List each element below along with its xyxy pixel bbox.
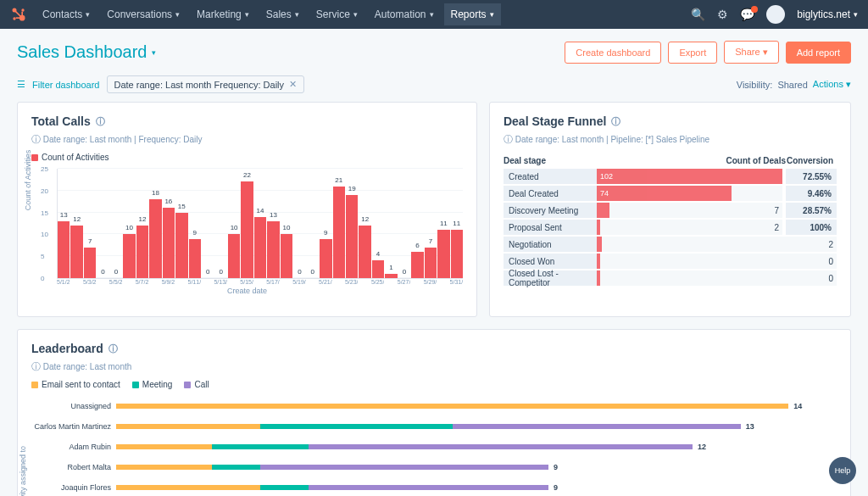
info-icon[interactable]: ⓘ [96,115,105,128]
funnel-row: Proposal Sent2100% [504,220,837,235]
total-calls-chart: Count of Activities 05101520251312700101… [31,169,463,304]
card-deal-stage-funnel: Deal Stage Funnel ⓘ ⓘ Date range: Last m… [489,102,851,317]
add-report-button[interactable]: Add report [786,42,851,64]
export-button[interactable]: Export [668,42,717,64]
bar[interactable]: 16 [163,208,175,278]
card-meta: Date range: Last month | Frequency: Dail… [43,135,203,144]
leaderboard-row: Adam Rubin12 [31,437,837,457]
bar[interactable]: 12 [70,226,82,278]
col-count: Count of Deals [597,156,786,165]
y-axis-label: Count of Activities [24,150,32,211]
bar[interactable]: 12 [359,226,370,278]
info-icon[interactable]: ⓘ [108,343,118,355]
account-name: biglytics.net [797,8,850,20]
bar[interactable]: 21 [333,187,345,278]
filter-bar: ☰ Filter dashboard Date range: Last mont… [0,72,868,102]
bar[interactable]: 18 [149,199,161,278]
funnel-row: Deal Created749.46% [504,186,837,201]
card-leaderboard: Leaderboard ⓘ ⓘ Date range: Last month E… [17,329,851,496]
actions-menu[interactable]: Actions ▾ [813,79,851,90]
bar[interactable]: 15 [175,213,187,278]
bar[interactable]: 10 [228,234,240,278]
svg-line-4 [15,11,21,17]
visibility-label: Visibility: [737,80,773,90]
bar[interactable]: 11 [437,230,449,278]
help-button[interactable]: Help [829,457,856,484]
nav-item-marketing[interactable]: Marketing ▾ [190,3,256,25]
leaderboard-row: Carlos Martin Martinez13 [31,416,837,437]
col-deal-stage: Deal stage [504,156,597,165]
bar[interactable]: 13 [58,221,70,278]
settings-icon[interactable]: ⚙ [717,8,728,21]
nav-item-sales[interactable]: Sales ▾ [259,3,306,25]
avatar[interactable] [766,5,785,24]
bar[interactable]: 10 [281,234,292,278]
leaderboard-row: Robert Malta9 [31,457,837,477]
nav-item-reports[interactable]: Reports ▾ [444,3,501,25]
bar[interactable]: 9 [189,239,201,278]
card-meta: Date range: Last month [43,362,132,371]
close-icon[interactable]: ✕ [289,79,297,90]
top-nav: Contacts ▾Conversations ▾Marketing ▾Sale… [0,0,868,29]
nav-item-automation[interactable]: Automation ▾ [368,3,441,25]
bar[interactable]: 13 [267,221,279,278]
card-title: Total Calls [31,114,91,128]
notifications-icon[interactable]: 💬 [740,8,754,21]
card-meta: Date range: Last month | Pipeline: [*] S… [515,135,709,144]
page-title[interactable]: Sales Dashboard ▾ [17,42,156,62]
title-bar: Sales Dashboard ▾ Create dashboard Expor… [0,29,868,72]
share-button[interactable]: Share ▾ [724,41,778,64]
info-icon: ⓘ [31,134,41,144]
bar[interactable]: 12 [136,226,148,278]
bar[interactable]: 4 [372,260,384,278]
svg-point-1 [21,8,24,11]
bar[interactable]: 9 [320,239,331,278]
filter-chip-text: Date range: Last month Frequency: Daily [114,80,285,90]
svg-point-2 [13,17,15,20]
card-title: Deal Stage Funnel [504,114,606,128]
nav-item-contacts[interactable]: Contacts ▾ [36,3,97,25]
bar[interactable]: 1 [385,274,397,278]
info-icon[interactable]: ⓘ [611,115,620,128]
funnel-row: Discovery Meeting728.57% [504,203,837,218]
bar[interactable]: 7 [425,248,437,278]
hubspot-logo-icon [10,6,27,23]
nav-item-conversations[interactable]: Conversations ▾ [100,3,186,25]
info-icon: ⓘ [504,134,513,144]
bar[interactable]: 11 [451,230,463,278]
visibility-value: Shared [777,80,807,90]
leaderboard-row: Unassigned14 [31,396,837,416]
account-menu[interactable]: biglytics.net ▾ [797,8,858,20]
funnel-row: Created10272.55% [504,169,837,184]
funnel-row: Negotiation2 [504,237,837,252]
x-axis-label: Create date [31,287,463,295]
filter-icon[interactable]: ☰ [17,79,25,90]
y-axis-label: Activity assigned to [19,446,27,496]
funnel-row: Closed Lost - Competitor0 [504,270,837,286]
create-dashboard-button[interactable]: Create dashboard [565,42,661,64]
col-conversion: Conversion [786,156,837,165]
leaderboard-chart: Activity assigned to Unassigned14Carlos … [31,396,837,496]
search-icon[interactable]: 🔍 [691,8,705,21]
bar[interactable]: 14 [254,217,266,278]
card-title: Leaderboard [31,342,103,355]
nav-item-service[interactable]: Service ▾ [309,3,364,25]
card-total-calls: Total Calls ⓘ ⓘ Date range: Last month |… [17,102,477,317]
bar[interactable]: 6 [411,252,423,278]
bar[interactable]: 10 [123,234,135,278]
bar[interactable]: 7 [84,248,96,278]
bar[interactable]: 19 [346,195,358,278]
filter-chip[interactable]: Date range: Last month Frequency: Daily … [107,75,305,93]
bar[interactable]: 22 [241,181,253,278]
funnel-row: Closed Won0 [504,254,837,269]
legend-label: Count of Activities [42,153,108,162]
filter-dashboard-link[interactable]: Filter dashboard [32,80,100,90]
leaderboard-row: Joaquin Flores9 [31,477,837,496]
info-icon: ⓘ [31,361,41,371]
